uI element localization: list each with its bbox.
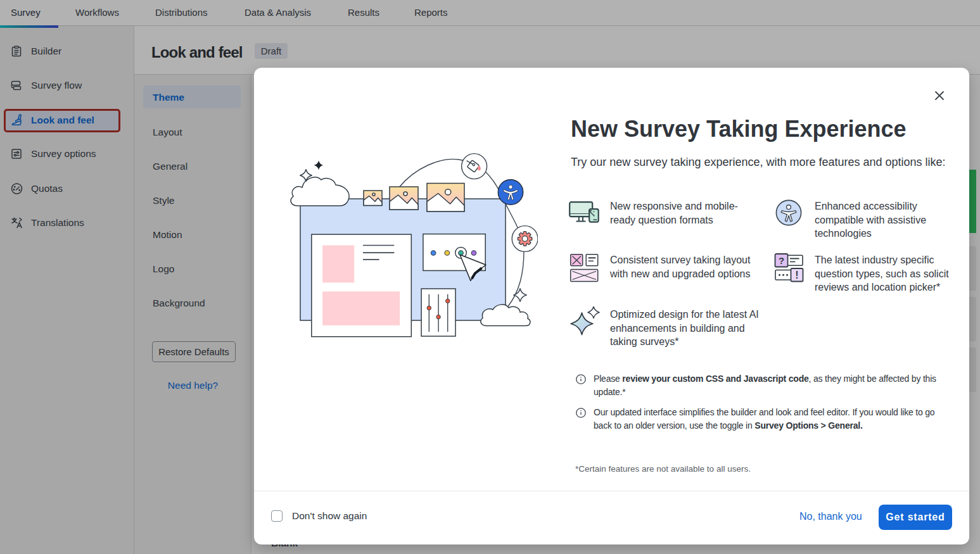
svg-text:!: !: [795, 270, 798, 280]
svg-text:?: ?: [779, 255, 784, 266]
